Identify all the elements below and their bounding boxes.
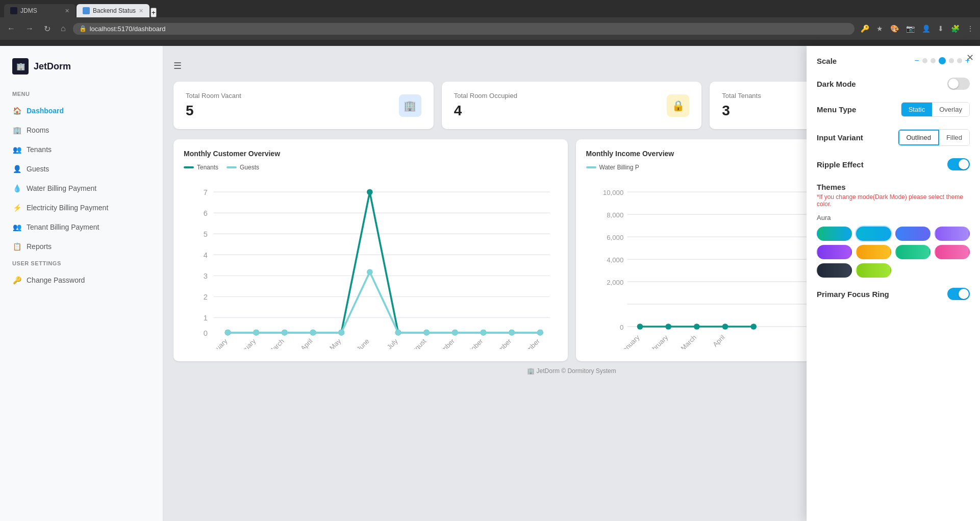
- sidebar-item-reports[interactable]: 📋 Reports: [0, 237, 163, 256]
- svg-text:0: 0: [619, 324, 623, 331]
- scale-minus-button[interactable]: −: [914, 56, 919, 65]
- tab-favicon-backend: [83, 7, 90, 14]
- address-bar[interactable]: 🔒 localhost:5170/dashboard: [73, 23, 855, 35]
- input-variant-filled-button[interactable]: Filled: [939, 130, 969, 145]
- sidebar-item-water-billing[interactable]: 💧 Water Billing Payment: [0, 179, 163, 198]
- primary-focus-toggle[interactable]: [947, 288, 970, 300]
- sidebar-dashboard-label: Dashboard: [27, 107, 64, 115]
- settings-input-variant-row: Input Variant Outlined Filled: [817, 129, 970, 146]
- screenshot-icon-btn[interactable]: 📷: [904, 22, 917, 35]
- extensions-icon-btn[interactable]: 🧩: [949, 22, 962, 35]
- scale-dot-2: [931, 58, 936, 63]
- svg-text:November: November: [486, 337, 513, 349]
- settings-panel: ✕ Scale − + Dark Mode: [807, 46, 980, 521]
- themes-section: Themes *If you change mode(Dark Mode) pl…: [817, 183, 970, 278]
- ripple-thumb: [959, 159, 969, 169]
- tenant-billing-icon: 👥: [12, 222, 21, 232]
- svg-point-64: [637, 324, 643, 330]
- primary-focus-thumb: [959, 289, 969, 299]
- svg-text:6,000: 6,000: [607, 234, 623, 241]
- svg-point-33: [395, 330, 401, 336]
- menu-type-label: Menu Type: [817, 105, 856, 114]
- tab-backend-status[interactable]: Backend Status ✕: [77, 4, 149, 17]
- color-dark[interactable]: [817, 263, 852, 278]
- sidebar-item-tenants[interactable]: 👥 Tenants: [0, 140, 163, 159]
- menu-type-static-button[interactable]: Static: [901, 103, 933, 116]
- sidebar-item-rooms[interactable]: 🏢 Rooms: [0, 120, 163, 140]
- profile-icon-btn[interactable]: 👤: [920, 22, 933, 35]
- address-text: localhost:5170/dashboard: [90, 25, 848, 33]
- svg-point-36: [481, 330, 487, 336]
- svg-text:July: July: [385, 337, 399, 349]
- stat-tenants-info: Total Tenants 3: [722, 92, 761, 119]
- scale-dot-5: [957, 58, 962, 63]
- sidebar-item-dashboard[interactable]: 🏠 Dashboard: [0, 101, 163, 120]
- color-blue[interactable]: [895, 227, 931, 241]
- svg-text:January: January: [618, 333, 641, 349]
- home-button[interactable]: ⌂: [58, 22, 69, 35]
- svg-text:April: April: [299, 337, 314, 349]
- stat-vacant-label: Total Room Vacant: [186, 92, 241, 100]
- input-variant-label: Input Variant: [817, 133, 863, 142]
- tab-close-backend[interactable]: ✕: [139, 8, 143, 14]
- new-tab-button[interactable]: +: [150, 8, 157, 17]
- palette-icon-btn[interactable]: 🎨: [888, 22, 901, 35]
- stat-card-vacant: Total Room Vacant 5 🏢: [173, 82, 434, 129]
- sidebar-water-label: Water Billing Payment: [27, 184, 96, 192]
- menu-type-overlay-button[interactable]: Overlay: [932, 103, 969, 116]
- svg-text:September: September: [428, 337, 457, 349]
- scale-dot-4: [949, 58, 954, 63]
- ripple-toggle[interactable]: [947, 158, 970, 170]
- stat-vacant-icon: 🏢: [399, 94, 421, 117]
- svg-text:10,000: 10,000: [602, 189, 623, 196]
- themes-note: *If you change mode(Dark Mode) please se…: [817, 193, 970, 208]
- svg-text:7: 7: [204, 188, 208, 196]
- back-button[interactable]: ←: [4, 22, 18, 35]
- legend-tenants-label: Tenants: [197, 164, 218, 171]
- key-icon-btn[interactable]: 🔑: [859, 22, 871, 35]
- color-lime[interactable]: [856, 263, 891, 278]
- tab-close-jdms[interactable]: ✕: [65, 8, 69, 14]
- color-amber[interactable]: [856, 245, 891, 259]
- svg-point-38: [537, 330, 543, 336]
- tab-jdms-label: JDMS: [20, 7, 37, 14]
- download-icon-btn[interactable]: ⬇: [936, 22, 946, 35]
- themes-label: Themes: [817, 183, 970, 191]
- svg-text:2: 2: [204, 293, 208, 301]
- water-icon: 💧: [12, 184, 21, 193]
- legend-guests-dot: [227, 166, 237, 168]
- color-green[interactable]: [895, 245, 931, 259]
- chart-customer-title: Monthly Customer Overview: [184, 150, 558, 158]
- settings-close-button[interactable]: ✕: [966, 52, 974, 63]
- tab-jdms[interactable]: JDMS ✕: [4, 4, 76, 17]
- svg-point-28: [253, 330, 259, 336]
- reload-button[interactable]: ↻: [41, 22, 54, 36]
- rooms-icon: 🏢: [12, 126, 21, 135]
- sidebar-item-tenant-billing[interactable]: 👥 Tenant Billing Payment: [0, 217, 163, 237]
- legend-guests-label: Guests: [240, 164, 259, 171]
- color-pink[interactable]: [935, 245, 970, 259]
- sidebar-item-change-password[interactable]: 🔑 Change Password: [0, 270, 163, 290]
- forward-button[interactable]: →: [22, 22, 37, 35]
- stat-vacant-value: 5: [186, 103, 241, 119]
- input-variant-outlined-button[interactable]: Outlined: [898, 130, 939, 145]
- color-purple[interactable]: [935, 227, 970, 241]
- svg-point-35: [452, 330, 458, 336]
- hamburger-button[interactable]: ☰: [173, 60, 182, 71]
- color-teal-green[interactable]: [817, 227, 852, 241]
- color-cyan[interactable]: [856, 227, 891, 241]
- svg-point-30: [310, 330, 316, 336]
- svg-text:June: June: [355, 337, 371, 349]
- color-violet[interactable]: [817, 245, 852, 259]
- star-icon-btn[interactable]: ★: [874, 22, 885, 35]
- menu-dots-btn[interactable]: ⋮: [965, 22, 976, 35]
- dark-mode-toggle[interactable]: [947, 78, 970, 90]
- dark-mode-label: Dark Mode: [817, 80, 856, 88]
- svg-text:6: 6: [204, 209, 208, 217]
- menu-type-buttons: Static Overlay: [901, 102, 970, 117]
- sidebar-item-electricity-billing[interactable]: ⚡ Electricity Billing Payment: [0, 198, 163, 217]
- svg-text:February: February: [645, 333, 669, 349]
- svg-text:8,000: 8,000: [607, 211, 623, 219]
- sidebar-item-guests[interactable]: 👤 Guests: [0, 159, 163, 179]
- lock-icon: 🔒: [79, 25, 87, 32]
